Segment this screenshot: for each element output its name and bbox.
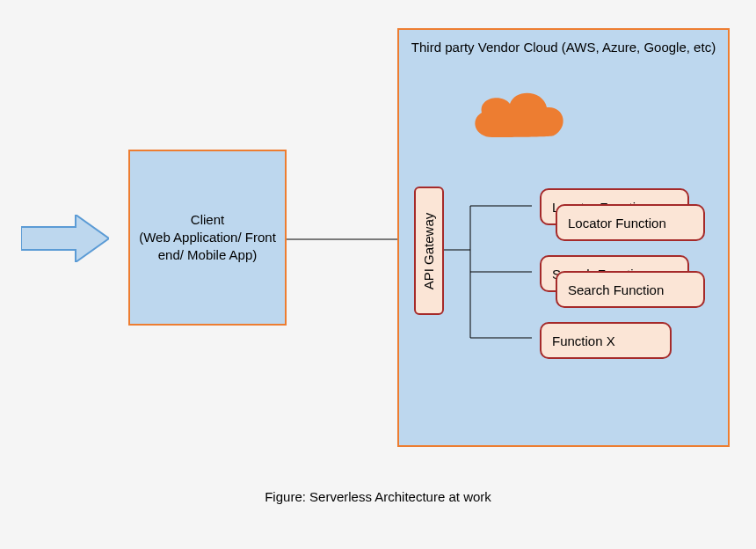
- vendor-cloud-title: Third party Vendor Cloud (AWS, Azure, Go…: [399, 39, 728, 56]
- locator-function-box-front: Locator Function: [556, 204, 705, 241]
- client-label: Client(Web Application/ Front end/ Mobil…: [137, 211, 278, 265]
- search-function-label-front: Search Function: [568, 282, 664, 297]
- connector-client-to-gateway: [287, 235, 415, 244]
- arrow-to-client-icon: [21, 215, 109, 262]
- function-x-label: Function X: [552, 333, 615, 348]
- api-gateway-box: API Gateway: [414, 187, 444, 315]
- function-x-box: Function X: [540, 322, 672, 359]
- svg-marker-0: [21, 215, 109, 262]
- figure-caption: Figure: Serverless Architecture at work: [0, 489, 756, 504]
- search-function-box-front: Search Function: [556, 271, 705, 308]
- client-box: Client(Web Application/ Front end/ Mobil…: [128, 150, 287, 326]
- cloud-icon: [466, 84, 571, 148]
- api-gateway-label: API Gateway: [422, 212, 437, 289]
- locator-function-label-front: Locator Function: [568, 216, 666, 231]
